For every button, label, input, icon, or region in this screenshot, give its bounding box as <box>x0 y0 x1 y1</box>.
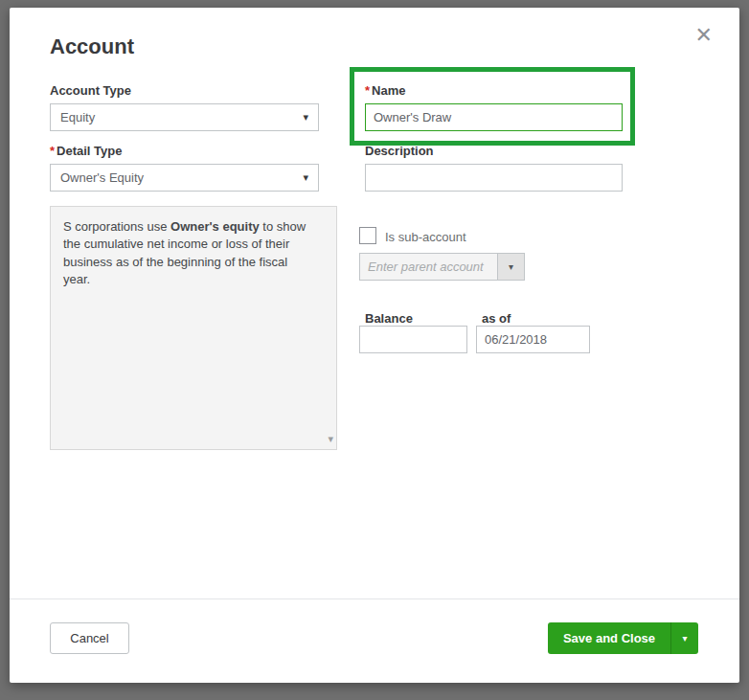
account-type-label: Account Type <box>50 83 131 98</box>
detail-type-selected-value: Owner's Equity <box>60 170 144 185</box>
balance-input[interactable] <box>359 326 467 353</box>
account-type-select[interactable]: Equity ▾ <box>50 103 319 131</box>
description-input[interactable] <box>365 164 623 192</box>
footer-divider <box>10 598 739 599</box>
as-of-date-input[interactable] <box>476 326 590 353</box>
chevron-down-icon: ▾ <box>682 633 687 644</box>
account-type-selected-value: Equity <box>60 110 95 124</box>
cancel-button[interactable]: Cancel <box>50 622 129 654</box>
description-text-bold: Owner's equity <box>170 219 260 234</box>
description-text-prefix: S corporations use <box>63 219 170 234</box>
name-label-text: Name <box>372 83 405 98</box>
required-asterisk: * <box>50 144 55 158</box>
detail-type-select[interactable]: Owner's Equity ▾ <box>50 164 319 192</box>
detail-type-label-text: Detail Type <box>57 144 122 158</box>
is-sub-account-checkbox[interactable] <box>359 227 376 244</box>
name-input[interactable] <box>365 103 623 131</box>
chevron-down-icon: ▾ <box>303 171 308 184</box>
parent-account-input[interactable] <box>359 253 498 281</box>
parent-account-dropdown-button[interactable]: ▾ <box>498 253 525 281</box>
chevron-down-icon: ▾ <box>509 261 513 272</box>
description-label: Description <box>365 144 434 158</box>
detail-type-label: *Detail Type <box>50 144 122 158</box>
account-type-label-text: Account Type <box>50 83 131 98</box>
required-asterisk: * <box>365 83 370 98</box>
balance-label: Balance <box>365 311 413 326</box>
close-icon[interactable]: ✕ <box>695 25 713 46</box>
save-and-close-button[interactable]: Save and Close ▾ <box>548 622 698 654</box>
detail-type-description-box: S corporations use Owner's equity to sho… <box>50 206 337 450</box>
name-label: *Name <box>365 83 405 98</box>
save-options-dropdown[interactable]: ▾ <box>670 622 698 654</box>
dialog-title: Account <box>50 34 134 59</box>
description-label-text: Description <box>365 144 434 158</box>
scrollbar-down-icon[interactable]: ▾ <box>328 432 333 447</box>
as-of-label: as of <box>482 311 511 326</box>
chevron-down-icon: ▾ <box>303 111 308 124</box>
account-dialog: Account ✕ Account Type Equity ▾ *Detail … <box>10 8 739 683</box>
save-and-close-label: Save and Close <box>548 622 670 654</box>
is-sub-account-label: Is sub-account <box>385 230 466 244</box>
